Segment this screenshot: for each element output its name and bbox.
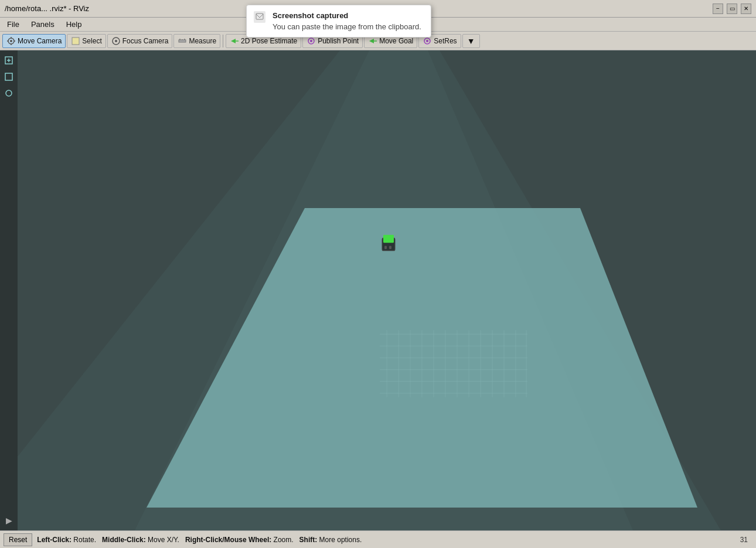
svg-marker-13 xyxy=(231,39,236,43)
menu-help[interactable]: Help xyxy=(62,19,87,30)
status-text: Left-Click: Rotate. Middle-Click: Move X… xyxy=(37,536,735,544)
sidebar-arrow-item[interactable]: ▶ xyxy=(1,513,16,528)
reset-button[interactable]: Reset xyxy=(4,533,32,546)
sidebar-item-3[interactable] xyxy=(1,86,16,101)
minimize-button[interactable]: − xyxy=(713,4,723,14)
select-icon xyxy=(71,36,80,46)
notification-content: Screenshot captured You can paste the im… xyxy=(273,11,421,31)
more-tools-button[interactable]: ▼ xyxy=(462,34,480,48)
svg-rect-52 xyxy=(384,246,387,249)
toolbar-sep-1 xyxy=(223,35,223,47)
select-label: Select xyxy=(82,37,101,45)
statusbar: Reset Left-Click: Rotate. Middle-Click: … xyxy=(0,530,756,548)
svg-point-16 xyxy=(310,40,312,42)
scene-svg xyxy=(18,50,756,530)
sidebar-item-1[interactable] xyxy=(1,53,16,68)
window-controls: − ▭ ✕ xyxy=(713,4,751,14)
focus-camera-icon xyxy=(111,36,121,46)
measure-icon xyxy=(178,36,187,46)
sidebar-expand-icon: ▶ xyxy=(6,516,12,525)
measure-label: Measure xyxy=(189,37,216,45)
notification-popup: Screenshot captured You can paste the im… xyxy=(246,5,431,38)
2d-pose-estimate-label: 2D Pose Estimate xyxy=(241,37,297,45)
2d-pose-estimate-icon xyxy=(230,36,239,46)
svg-rect-25 xyxy=(5,73,12,80)
svg-rect-53 xyxy=(389,246,391,249)
svg-rect-6 xyxy=(72,38,79,45)
svg-rect-21 xyxy=(256,13,263,19)
viewport-3d[interactable] xyxy=(18,50,756,530)
menu-panels[interactable]: Panels xyxy=(26,19,59,30)
svg-marker-17 xyxy=(369,39,374,43)
left-sidebar: ▶ xyxy=(0,50,18,530)
expand-icon: ▼ xyxy=(466,36,476,46)
move-camera-label: Move Camera xyxy=(18,37,62,45)
svg-point-8 xyxy=(115,40,117,42)
focus-camera-label: Focus Camera xyxy=(122,37,169,45)
move-camera-button[interactable]: Move Camera xyxy=(2,34,66,48)
notification-body: You can paste the image from the clipboa… xyxy=(273,22,421,31)
menu-file[interactable]: File xyxy=(2,19,24,30)
move-goal-label: Move Goal xyxy=(379,37,413,45)
svg-rect-9 xyxy=(179,40,186,42)
focus-camera-button[interactable]: Focus Camera xyxy=(107,34,173,48)
status-shift: Shift: More options. xyxy=(299,536,362,544)
svg-point-26 xyxy=(6,90,12,96)
move-camera-icon xyxy=(6,36,16,46)
svg-rect-51 xyxy=(383,235,394,243)
svg-point-1 xyxy=(10,40,12,42)
close-button[interactable]: ✕ xyxy=(741,4,751,14)
notification-icon xyxy=(254,11,265,23)
restore-button[interactable]: ▭ xyxy=(727,4,737,14)
setres-label: SetRes xyxy=(434,37,457,45)
notification-title: Screenshot captured xyxy=(273,11,421,20)
publish-point-label: Publish Point xyxy=(318,37,359,45)
scene-background xyxy=(18,50,756,530)
status-middle-click: Middle-Click: Move X/Y. xyxy=(102,536,183,544)
svg-point-20 xyxy=(426,40,428,42)
select-button[interactable]: Select xyxy=(67,34,105,48)
measure-button[interactable]: Measure xyxy=(173,34,220,48)
status-left-click: Left-Click: Rotate. xyxy=(37,536,100,544)
frame-counter: 31 xyxy=(740,536,748,544)
sidebar-item-2[interactable] xyxy=(1,69,16,84)
window-title: /home/rota... .rviz* - RViz xyxy=(5,4,89,13)
status-right-click: Right-Click/Mouse Wheel: Zoom. xyxy=(185,536,297,544)
